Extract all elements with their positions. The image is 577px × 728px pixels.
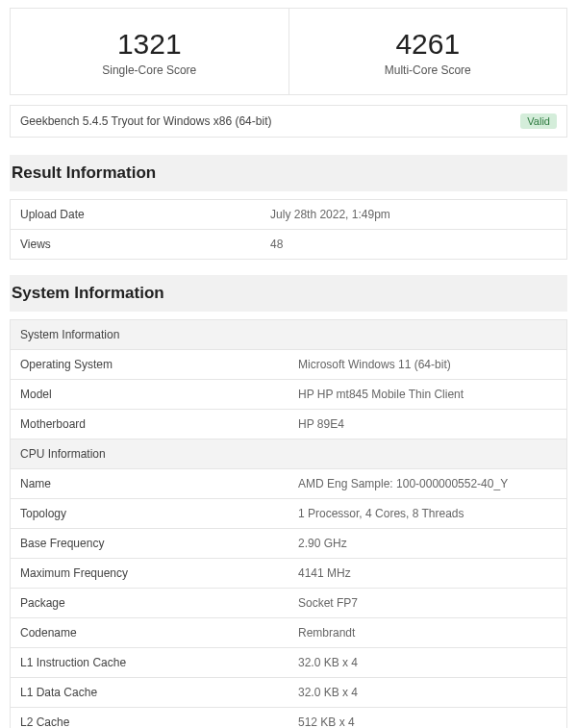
table-row: L1 Instruction Cache 32.0 KB x 4 <box>11 648 567 678</box>
views-value: 48 <box>261 230 566 260</box>
upload-date-label: Upload Date <box>11 200 262 230</box>
table-row: L2 Cache 512 KB x 4 <box>11 708 567 729</box>
cpu-subheader-label: CPU Information <box>11 439 567 469</box>
system-info-heading: System Information <box>10 275 567 312</box>
cpu-subheader: CPU Information <box>11 439 567 469</box>
table-row: Base Frequency 2.90 GHz <box>11 529 567 559</box>
base-freq-value: 2.90 GHz <box>288 529 567 559</box>
scores-row: 1321 Single-Core Score 4261 Multi-Core S… <box>10 8 567 95</box>
system-info-table: System Information Operating System Micr… <box>10 319 567 728</box>
multi-core-cell: 4261 Multi-Core Score <box>288 9 567 94</box>
table-row: Upload Date July 28th 2022, 1:49pm <box>11 200 567 230</box>
single-core-label: Single-Core Score <box>20 63 279 77</box>
table-row: L1 Data Cache 32.0 KB x 4 <box>11 678 567 708</box>
topology-label: Topology <box>11 499 289 529</box>
base-freq-label: Base Frequency <box>11 529 289 559</box>
version-text: Geekbench 5.4.5 Tryout for Windows x86 (… <box>20 114 271 128</box>
version-row: Geekbench 5.4.5 Tryout for Windows x86 (… <box>10 105 567 138</box>
model-value: HP HP mt845 Mobile Thin Client <box>288 380 567 410</box>
l2-label: L2 Cache <box>11 708 289 729</box>
system-subheader: System Information <box>11 320 567 350</box>
codename-value: Rembrandt <box>288 618 567 648</box>
benchmark-result-card: 1321 Single-Core Score 4261 Multi-Core S… <box>0 0 577 728</box>
codename-label: Codename <box>11 618 289 648</box>
l1d-label: L1 Data Cache <box>11 678 289 708</box>
l1i-value: 32.0 KB x 4 <box>288 648 567 678</box>
l2-value: 512 KB x 4 <box>288 708 567 729</box>
valid-badge: Valid <box>520 113 557 129</box>
table-row: Motherboard HP 89E4 <box>11 410 567 439</box>
result-info-heading: Result Information <box>10 155 567 191</box>
upload-date-value: July 28th 2022, 1:49pm <box>261 200 566 230</box>
l1i-label: L1 Instruction Cache <box>11 648 289 678</box>
cpu-name-label: Name <box>11 469 289 499</box>
table-row: Name AMD Eng Sample: 100-000000552-40_Y <box>11 469 567 499</box>
table-row: Views 48 <box>11 230 567 260</box>
cpu-name-value: AMD Eng Sample: 100-000000552-40_Y <box>288 469 567 499</box>
views-label: Views <box>11 230 262 260</box>
os-value: Microsoft Windows 11 (64-bit) <box>288 350 567 380</box>
topology-value: 1 Processor, 4 Cores, 8 Threads <box>288 499 567 529</box>
result-info-table: Upload Date July 28th 2022, 1:49pm Views… <box>10 199 567 260</box>
table-row: Model HP HP mt845 Mobile Thin Client <box>11 380 567 410</box>
table-row: Package Socket FP7 <box>11 589 567 618</box>
multi-core-value: 4261 <box>299 28 558 60</box>
os-label: Operating System <box>11 350 289 380</box>
single-core-value: 1321 <box>20 28 279 60</box>
table-row: Codename Rembrandt <box>11 618 567 648</box>
multi-core-label: Multi-Core Score <box>299 63 558 77</box>
motherboard-value: HP 89E4 <box>288 410 567 439</box>
package-value: Socket FP7 <box>288 589 567 618</box>
table-row: Operating System Microsoft Windows 11 (6… <box>11 350 567 380</box>
system-subheader-label: System Information <box>11 320 567 350</box>
table-row: Maximum Frequency 4141 MHz <box>11 559 567 589</box>
model-label: Model <box>11 380 289 410</box>
single-core-cell: 1321 Single-Core Score <box>11 9 288 94</box>
l1d-value: 32.0 KB x 4 <box>288 678 567 708</box>
table-row: Topology 1 Processor, 4 Cores, 8 Threads <box>11 499 567 529</box>
max-freq-value: 4141 MHz <box>288 559 567 589</box>
motherboard-label: Motherboard <box>11 410 289 439</box>
max-freq-label: Maximum Frequency <box>11 559 289 589</box>
package-label: Package <box>11 589 289 618</box>
